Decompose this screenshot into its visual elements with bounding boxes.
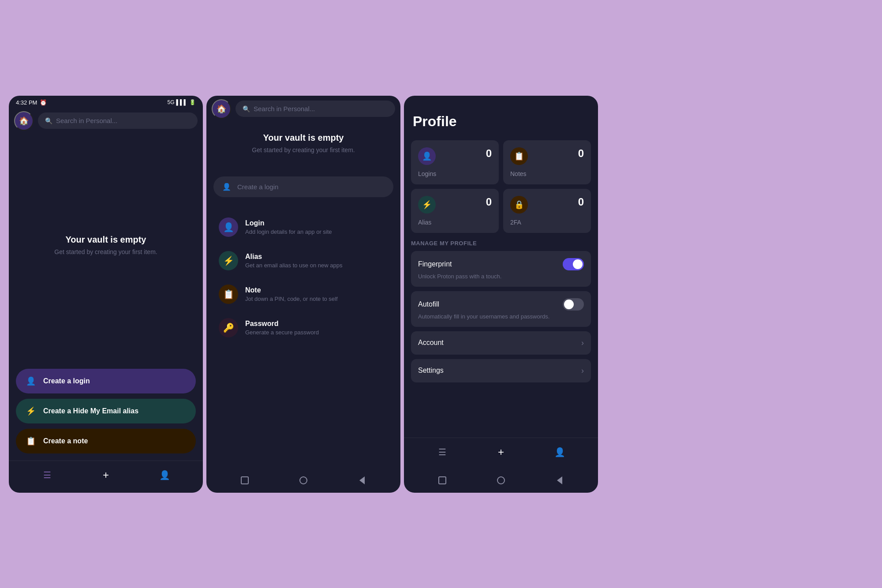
autofill-hint: Automatically fill in your usernames and…: [418, 313, 584, 320]
home-icon: 🏠: [19, 116, 29, 126]
account-nav-item[interactable]: Account ›: [411, 331, 591, 355]
stat-top-alias: ⚡ 0: [418, 196, 492, 213]
autofill-label: Autofill: [418, 300, 439, 308]
note-icon: 📋: [25, 435, 37, 447]
create-login-btn-s2[interactable]: 👤 Create a login: [213, 176, 393, 197]
header-s2: 🏠 🔍 Search in Personal...: [206, 96, 400, 124]
search-icon-s2: 🔍: [243, 105, 250, 112]
nav-list-button-s3[interactable]: ☰: [434, 443, 451, 461]
nav-add-button-s3[interactable]: +: [492, 443, 510, 461]
android-nav-s2: [206, 470, 400, 493]
search-placeholder: Search in Personal...: [56, 117, 117, 124]
fingerprint-hint: Unlock Proton pass with a touch.: [418, 273, 584, 280]
account-label: Account: [418, 339, 444, 347]
autofill-card: Autofill Automatically fill in your user…: [411, 291, 591, 327]
menu-desc-note: Jot down a PIN, code, or note to self: [245, 296, 338, 302]
empty-state: Your vault is empty Get started by creat…: [9, 136, 203, 369]
twofa-label: 2FA: [510, 219, 584, 226]
menu-desc-login: Add login details for an app or site: [245, 228, 332, 235]
stat-card-2fa: 🔒 0 2FA: [503, 189, 591, 233]
square-icon-s2: [241, 476, 249, 484]
logins-icon: 👤: [418, 147, 436, 165]
create-note-label: Create a note: [43, 437, 88, 445]
create-login-label: Create a login: [43, 377, 90, 385]
settings-nav-item[interactable]: Settings ›: [411, 359, 591, 382]
menu-text-password: Password Generate a secure password: [245, 320, 319, 336]
menu-item-alias[interactable]: ⚡ Alias Get an email alias to use on new…: [213, 245, 393, 277]
fingerprint-toggle[interactable]: [563, 258, 584, 270]
menu-icon-note: 📋: [219, 285, 238, 304]
nav-profile-button[interactable]: 👤: [156, 466, 173, 484]
battery-icon: 🔋: [189, 99, 196, 105]
signal-icon: 5G: [167, 99, 174, 105]
wifi-icon: ▌▌▌: [176, 99, 187, 105]
create-note-button[interactable]: 📋 Create a note: [16, 429, 196, 453]
empty-subtitle-s2: Get started by creating your first item.: [215, 146, 392, 154]
profile-icon: 👤: [159, 470, 170, 480]
back-icon-s2: [359, 476, 365, 484]
back-icon-s3: [557, 476, 562, 484]
circle-nav-button-s3[interactable]: [496, 475, 506, 486]
nav-list-button[interactable]: ☰: [38, 466, 56, 484]
status-bar: 4:32 PM ⏰ 5G ▌▌▌ 🔋: [9, 96, 203, 108]
add-icon-s3: +: [498, 446, 504, 458]
screen-vault-empty: 4:32 PM ⏰ 5G ▌▌▌ 🔋 🏠 🔍 Search in Persona…: [9, 96, 203, 493]
home-icon-s2: 🏠: [217, 104, 226, 114]
logins-count: 0: [486, 147, 492, 160]
search-bar[interactable]: 🔍 Search in Personal...: [38, 112, 198, 129]
screen-create-menu: 🏠 🔍 Search in Personal... Your vault is …: [206, 96, 400, 493]
home-button[interactable]: 🏠: [14, 111, 34, 131]
stat-top-logins: 👤 0: [418, 147, 492, 165]
nav-add-button[interactable]: +: [97, 466, 115, 484]
profile-icon-s3: 👤: [554, 447, 565, 457]
status-icons: 5G ▌▌▌ 🔋: [167, 99, 196, 105]
circle-nav-button-s2[interactable]: [298, 475, 309, 486]
bottom-nav: ☰ + 👤: [9, 461, 203, 493]
square-nav-button-s2[interactable]: [239, 475, 250, 486]
stat-card-alias: ⚡ 0 Alias: [411, 189, 499, 233]
search-placeholder-s2: Search in Personal...: [254, 105, 315, 112]
logins-label: Logins: [418, 170, 492, 177]
autofill-row: Autofill: [418, 298, 584, 311]
create-login-icon-s2: 👤: [222, 183, 231, 191]
list-icon: ☰: [43, 470, 51, 480]
search-bar-s2[interactable]: 🔍 Search in Personal...: [235, 101, 395, 117]
menu-item-note[interactable]: 📋 Note Jot down a PIN, code, or note to …: [213, 278, 393, 310]
stat-top-notes: 📋 0: [510, 147, 584, 165]
create-alias-button[interactable]: ⚡ Create a Hide My Email alias: [16, 399, 196, 423]
nav-profile-button-s3[interactable]: 👤: [551, 443, 568, 461]
back-nav-button-s3[interactable]: [554, 475, 565, 486]
bottom-nav-s3: ☰ + 👤: [404, 438, 598, 470]
fingerprint-label: Fingerprint: [418, 260, 452, 268]
menu-desc-password: Generate a secure password: [245, 329, 319, 336]
menu-item-login[interactable]: 👤 Login Add login details for an app or …: [213, 211, 393, 243]
profile-content: 👤 0 Logins 📋 0 Notes ⚡ 0: [404, 137, 598, 438]
action-buttons: 👤 Create a login ⚡ Create a Hide My Emai…: [9, 369, 203, 461]
menu-icon-login: 👤: [219, 217, 238, 237]
empty-title: Your vault is empty: [65, 235, 146, 245]
create-login-button[interactable]: 👤 Create a login: [16, 369, 196, 393]
home-button-s2[interactable]: 🏠: [212, 99, 231, 119]
create-login-label-s2: Create a login: [237, 183, 278, 191]
notes-icon: 📋: [510, 147, 528, 165]
alias-icon: ⚡: [418, 196, 436, 213]
time-display: 4:32 PM: [16, 99, 37, 106]
clock-icon: ⏰: [40, 99, 47, 106]
back-nav-button-s2[interactable]: [357, 475, 367, 486]
autofill-toggle[interactable]: [563, 298, 584, 311]
fingerprint-card: Fingerprint Unlock Proton pass with a to…: [411, 251, 591, 287]
menu-list: 👤 Login Add login details for an app or …: [206, 204, 400, 470]
square-nav-button-s3[interactable]: [437, 475, 448, 486]
stat-top-2fa: 🔒 0: [510, 196, 584, 213]
stat-card-logins: 👤 0 Logins: [411, 140, 499, 184]
menu-text-alias: Alias Get an email alias to use on new a…: [245, 253, 342, 269]
autofill-toggle-thumb: [564, 300, 574, 309]
profile-header: Profile: [404, 96, 598, 137]
menu-desc-alias: Get an email alias to use on new apps: [245, 262, 342, 269]
login-icon: 👤: [25, 375, 37, 387]
fingerprint-row: Fingerprint: [418, 258, 584, 270]
search-icon: 🔍: [45, 117, 52, 124]
menu-item-password[interactable]: 🔑 Password Generate a secure password: [213, 312, 393, 344]
alias-count: 0: [486, 196, 492, 208]
stats-grid: 👤 0 Logins 📋 0 Notes ⚡ 0: [411, 140, 591, 233]
